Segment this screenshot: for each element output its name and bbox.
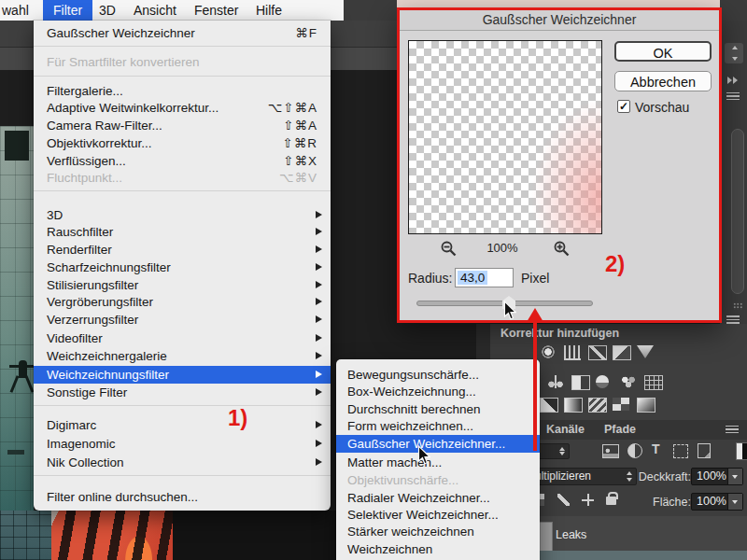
menubar-item-3d[interactable]: 3D [99,0,116,21]
submenu-item-smart-blur[interactable]: Matter machen... [336,454,540,471]
zoom-out-icon[interactable] [441,241,457,257]
menubar-item-fenster[interactable]: Fenster [194,0,238,21]
dialog-title[interactable]: Gaußscher Weichzeichner [400,10,719,31]
submenu-item-blur-more[interactable]: Stärker weichzeichnen [336,523,540,540]
menu-item-pixelate-filter[interactable]: Vergröberungsfilter [34,293,331,311]
menu-item-blur-filter[interactable]: Weichzeichnungsfilter [34,366,331,384]
menu-item-other-filter[interactable]: Sonstige Filter [34,384,331,401]
filter-adjustment-layers-icon[interactable] [627,443,642,458]
curves-icon[interactable] [588,345,607,360]
menubar-item-ansicht[interactable]: Ansicht [134,0,176,21]
menu-item-browse-filters-online[interactable]: Filter online durchsuchen... [34,488,331,506]
zoom-in-icon[interactable] [554,241,570,257]
menu-item-distort-filter[interactable]: Verzerrungsfilter [34,311,331,329]
brightness-contrast-icon[interactable] [540,345,557,358]
cancel-button[interactable]: Abbrechen [614,71,712,91]
menu-item-digimarc[interactable]: Digimarc [34,416,331,434]
ok-button[interactable]: OK [614,41,712,62]
submenu-arrow-icon [316,371,322,378]
menu-item-adaptive-wide-angle[interactable]: Adaptive Weitwinkelkorrektur... ⌥⇧⌘A [34,99,331,117]
annotation-step-2: 2) [605,251,625,277]
tab-channels[interactable]: Kanäle [546,420,585,440]
channel-mixer-icon[interactable] [620,375,637,388]
collapse-panel-icon[interactable] [727,77,732,84]
menubar-item-filter[interactable]: Filter [43,0,92,21]
submenu-arrow-icon [316,458,322,466]
radius-unit-label: Pixel [521,271,549,286]
submenu-item-motion-blur[interactable]: Bewegungsunschärfe... [336,366,540,384]
submenu-item-box-blur[interactable]: Box-Weichzeichnung... [336,383,540,400]
menu-item-stylize-filter[interactable]: Stilisierungsfilter [34,276,331,294]
menu-item-render-filter[interactable]: Renderfilter [34,241,331,259]
mouse-cursor [417,445,430,465]
radius-input[interactable]: 43,0 [455,268,514,287]
opacity-value-box[interactable]: 100% [691,468,743,485]
menu-item-gaussian-blur-repeat[interactable]: Gaußscher Weichzeichner ⌘F [34,24,331,42]
menu-item-camera-raw[interactable]: Camera Raw-Filter... ⇧⌘A [34,117,331,134]
menu-item-imagenomic[interactable]: Imagenomic [34,435,331,453]
top-chrome [720,0,747,21]
menu-item-3d[interactable]: 3D [34,206,331,224]
panel-stepper-button[interactable] [725,43,743,63]
submenu-item-blur[interactable]: Weichzeichnen [336,540,540,558]
lock-paint-brush-icon[interactable] [557,494,570,506]
gradient-icon[interactable] [613,398,629,411]
lock-position-move-icon[interactable] [582,494,594,506]
menu-item-video-filter[interactable]: Videofilter [34,329,331,347]
color-lookup-icon[interactable] [644,375,663,390]
black-white-icon[interactable] [571,375,590,390]
submenu-arrow-icon [316,245,322,253]
submenu-item-gaussian-blur[interactable]: Gaußscher Weichzeichner... [336,435,540,453]
submenu-arrow-icon [316,281,322,288]
submenu-item-lens-blur: Objektivunschärfe... [336,471,540,489]
submenu-item-surface-blur[interactable]: Selektiver Weichzeichner... [336,506,540,524]
submenu-item-average[interactable]: Durchschnitt berechnen [336,400,540,418]
submenu-arrow-icon [316,298,322,305]
vibrance-icon[interactable] [637,345,654,358]
menubar-item-hilfe[interactable]: Hilfe [256,0,282,21]
dropdown-arrow-icon[interactable] [727,469,742,484]
preview-checkbox[interactable]: ✓ [617,100,630,113]
invert-icon[interactable] [540,398,558,413]
collapse-panel-icon [733,77,738,84]
mouse-cursor-slider [503,301,516,320]
pattern-fill-icon[interactable] [637,398,655,413]
menu-item-nik-collection[interactable]: Nik Collection [34,454,331,471]
preview-area[interactable] [408,40,602,234]
stepper-up-icon [732,46,738,49]
annotation-arrow-line [533,320,537,451]
levels-icon[interactable] [564,345,581,360]
menu-item-liquify[interactable]: Verflüssigen... ⇧⌘X [34,152,331,170]
menu-item-noise-filter[interactable]: Rauschfilter [34,223,331,241]
exposure-icon[interactable] [613,345,631,360]
submenu-arrow-icon [316,315,322,323]
panel-menu-icon[interactable] [726,315,740,324]
gradient-map-icon[interactable] [564,398,583,413]
submenu-item-radial-blur[interactable]: Radialer Weichzeichner... [336,489,540,507]
scrollbar[interactable] [731,129,744,294]
filter-text-layers-icon[interactable]: T [652,441,660,456]
menu-item-convert-smartfilter: Für Smartfilter konvertieren [34,53,331,71]
selective-color-icon[interactable] [588,398,607,413]
panel-menu-icon[interactable] [726,426,739,434]
filter-shape-layers-icon[interactable] [673,444,688,458]
photo-floor-drain [7,450,24,455]
dropdown-arrow-icon[interactable] [727,494,742,510]
filter-toggle-icon[interactable] [736,442,747,460]
menu-item-filter-gallery[interactable]: Filtergalerie... [34,82,331,100]
fill-value-box[interactable]: 100% [691,493,743,511]
submenu-item-shape-blur[interactable]: Form weichzeichnen... [336,417,540,435]
menu-item-lens-correction[interactable]: Objektivkorrektur... ⇧⌘R [34,134,331,152]
color-balance-icon[interactable] [547,375,564,388]
menubar-item-auswahl[interactable]: wahl [2,0,29,21]
resize-grip-icon[interactable] [733,302,742,310]
menu-item-blur-gallery[interactable]: Weichzeichnergalerie [34,347,331,365]
filter-pixel-layers-icon[interactable] [602,444,619,458]
zoom-level: 100% [465,241,540,256]
photo-filter-icon[interactable] [596,375,609,388]
photo-red-tile-floor [51,511,173,560]
filter-smart-object-icon[interactable] [698,443,711,458]
panel-menu-icon[interactable] [726,92,740,101]
menu-item-sharpen-filter[interactable]: Scharfzeichnungsfilter [34,259,331,276]
tab-paths[interactable]: Pfade [604,420,636,440]
